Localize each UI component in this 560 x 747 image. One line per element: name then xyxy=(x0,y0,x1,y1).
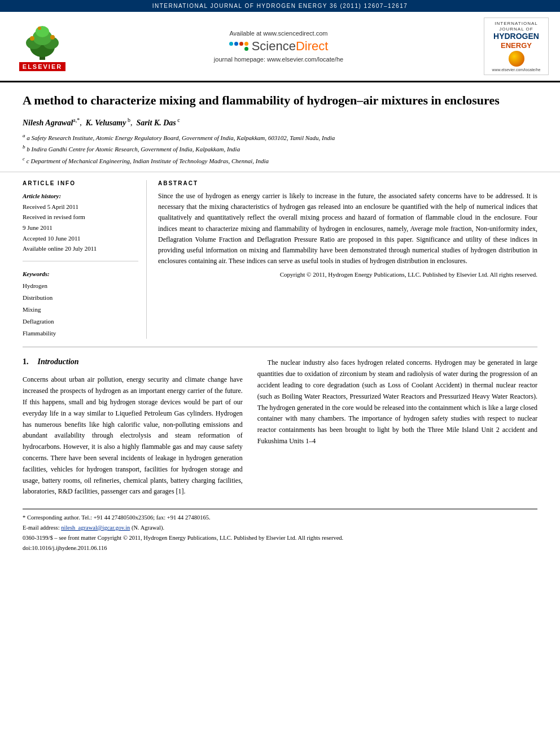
elsevier-tree-icon xyxy=(20,21,65,61)
received-1: Received 5 April 2011 xyxy=(23,202,138,212)
history-label: Article history: xyxy=(23,191,138,202)
section-number: 1. xyxy=(23,357,29,366)
copyright-text: Copyright © 2011, Hydrogen Energy Public… xyxy=(158,271,537,278)
dot3 xyxy=(239,42,243,46)
sd-dots-icon xyxy=(229,42,248,51)
received-revised-label: Received in revised form xyxy=(23,212,138,222)
kw-2: Distribution xyxy=(23,292,138,304)
sup-1: a,* xyxy=(73,117,80,123)
journal-header: ELSEVIER Available at www.sciencedirect.… xyxy=(0,12,560,82)
journal-logo-big: HYDROGEN xyxy=(493,32,539,41)
intro-left-text: Concerns about urban air pollution, ener… xyxy=(23,374,243,497)
dot2 xyxy=(234,42,238,46)
kw-1: Hydrogen xyxy=(23,280,138,292)
available-text: Available at www.sciencedirect.com xyxy=(229,30,327,37)
author-2: K. Velusamy xyxy=(86,118,126,126)
journal-header-bar: INTERNATIONAL JOURNAL OF HYDROGEN ENERGY… xyxy=(0,0,560,12)
journal-logo-box: International Journal of HYDROGEN ENERGY… xyxy=(484,18,549,75)
article-title: A method to characterize mixing and flam… xyxy=(23,93,537,109)
sup-3: c xyxy=(176,117,180,123)
kw-4: Deflagration xyxy=(23,316,138,327)
main-content: 1. Introduction Concerns about urban air… xyxy=(0,347,560,503)
journal-homepage: journal homepage: www.elsevier.com/locat… xyxy=(214,56,343,63)
right-col: The nuclear industry also faces hydrogen… xyxy=(257,357,537,497)
article-title-section: A method to characterize mixing and flam… xyxy=(0,82,560,172)
dot1 xyxy=(229,42,233,46)
info-abstract-section: ARTICLE INFO Article history: Received 5… xyxy=(0,172,560,347)
intro-header: 1. Introduction xyxy=(23,357,243,370)
author-1: Nilesh Agrawal xyxy=(23,118,73,126)
affil-2: b b Indira Gandhi Centre for Atomic Rese… xyxy=(23,143,537,154)
affil-1: a a Safety Research Institute, Atomic En… xyxy=(23,132,537,143)
svg-point-5 xyxy=(36,26,49,37)
journal-logo-circle-icon xyxy=(509,51,524,67)
keywords-label: Keywords: xyxy=(23,268,138,280)
journal-title-bar: INTERNATIONAL JOURNAL OF HYDROGEN ENERGY… xyxy=(152,3,408,9)
sciencedirect-logo: ScienceDirect xyxy=(229,39,329,54)
sciencedirect-name: ScienceDirect xyxy=(252,39,329,54)
elsevier-label: ELSEVIER xyxy=(19,62,65,71)
footnote-issn: 0360-3199/$ – see front matter Copyright… xyxy=(23,533,537,543)
dot4 xyxy=(244,42,248,46)
footnote-doi: doi:10.1016/j.ijhydene.2011.06.116 xyxy=(23,543,537,553)
affiliations: a a Safety Research Institute, Atomic En… xyxy=(23,132,537,166)
abstract-col: ABSTRACT Since the use of hydrogen as en… xyxy=(158,180,537,339)
footnote-corresponding: * Corresponding author. Tel.: +91 44 274… xyxy=(23,513,537,523)
authors-line: Nilesh Agrawala,*, K. Velusamy b, Sarit … xyxy=(23,117,537,128)
svg-point-7 xyxy=(50,35,55,40)
dot5 xyxy=(244,47,248,51)
left-col: 1. Introduction Concerns about urban air… xyxy=(23,357,243,497)
kw-3: Mixing xyxy=(23,304,138,316)
journal-logo-title: International Journal of xyxy=(487,21,545,32)
accepted-date: Accepted 10 June 2011 xyxy=(23,233,138,244)
intro-right-text: The nuclear industry also faces hydrogen… xyxy=(257,357,537,447)
affil-3: c c Department of Mechanical Engineering… xyxy=(23,155,537,166)
elsevier-logo: ELSEVIER xyxy=(11,21,73,71)
journal-logo-energy: ENERGY xyxy=(501,41,532,50)
intro-heading: Introduction xyxy=(38,357,79,370)
footnote-email-link[interactable]: nilesh_agrawal@igcar.gov.in xyxy=(61,525,130,531)
footnote-section: * Corresponding author. Tel.: +91 44 274… xyxy=(23,509,537,553)
sup-2: b xyxy=(126,117,130,123)
author-3: Sarit K. Das xyxy=(136,118,176,126)
article-history: Article history: Received 5 April 2011 R… xyxy=(23,191,138,261)
kw-5: Flammability xyxy=(23,327,138,339)
abstract-text: Since the use of hydrogen as energy carr… xyxy=(158,191,537,267)
svg-point-8 xyxy=(38,27,41,30)
article-info-col: ARTICLE INFO Article history: Received 5… xyxy=(23,180,147,339)
abstract-heading: ABSTRACT xyxy=(158,180,537,186)
header-center: Available at www.sciencedirect.com Scien… xyxy=(82,30,475,63)
available-online: Available online 20 July 2011 xyxy=(23,243,138,254)
footnote-email: E-mail address: nilesh_agrawal@igcar.gov… xyxy=(23,523,537,533)
journal-logo-small: www.elsevier.com/locate/he xyxy=(492,68,541,72)
received-revised-date: 9 June 2011 xyxy=(23,222,138,233)
keywords-section: Keywords: Hydrogen Distribution Mixing D… xyxy=(23,268,138,339)
svg-point-6 xyxy=(30,36,34,41)
article-info-heading: ARTICLE INFO xyxy=(23,180,138,186)
